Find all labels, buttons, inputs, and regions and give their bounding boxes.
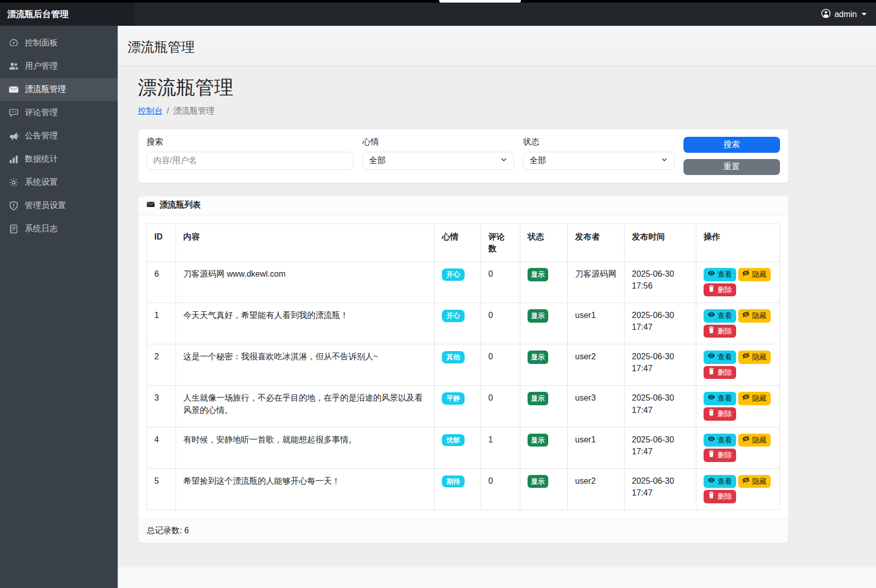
delete-button[interactable]: 删除 (704, 449, 736, 462)
view-button[interactable]: 查看 (704, 351, 736, 364)
sidebar-item-3[interactable]: 评论管理 (0, 101, 118, 124)
bottle-list-card-header: 漂流瓶列表 (138, 196, 788, 215)
shield-icon (9, 201, 19, 211)
mood-select[interactable]: 全部 (362, 152, 514, 170)
column-header: 评论数 (481, 224, 520, 261)
table-row: 3 人生就像一场旅行，不必在乎目的地，在乎的是沿途的风景以及看风景的心情。 平静… (147, 386, 780, 427)
table-row: 4 有时候，安静地听一首歌，就能想起很多事情。 忧郁 1 显示 user1 20… (147, 427, 780, 468)
sidebar-item-5[interactable]: 数据统计 (0, 148, 118, 171)
status-badge: 显示 (528, 268, 548, 281)
app-brand[interactable]: 漂流瓶后台管理 (0, 3, 134, 26)
sidebar-item-7[interactable]: 管理员设置 (0, 194, 118, 217)
mood-badge: 期待 (442, 475, 465, 488)
trash-icon (708, 285, 715, 295)
cell-time: 2025-06-30 17:56 (625, 261, 696, 303)
eye-slash-icon (742, 269, 750, 280)
cell-id: 4 (147, 427, 176, 468)
hide-button[interactable]: 隐藏 (738, 309, 771, 323)
page-bottom (118, 567, 876, 588)
sidebar-item-4[interactable]: 公告管理 (0, 124, 118, 148)
sidebar-item-0[interactable]: 控制面板 (0, 31, 118, 55)
total-records: 总记录数: 6 (147, 526, 189, 535)
filter-card: 搜索 心情 全部 状态 (138, 129, 789, 183)
table-row: 5 希望捡到这个漂流瓶的人能够开心每一天！ 期待 0 显示 user2 2025… (147, 468, 780, 510)
envelope-icon (147, 200, 155, 211)
sidebar-item-6[interactable]: 系统设置 (0, 171, 118, 194)
sidebar-item-label: 评论管理 (25, 107, 58, 118)
mood-badge: 开心 (442, 268, 465, 281)
hide-button[interactable]: 隐藏 (738, 434, 771, 447)
cell-comments: 1 (481, 427, 520, 468)
megaphone-icon (9, 131, 19, 141)
chevron-down-icon (500, 156, 507, 165)
sidebar-item-label: 漂流瓶管理 (25, 84, 66, 95)
column-header: 状态 (520, 224, 568, 261)
cell-comments: 0 (481, 468, 520, 510)
eye-slash-icon (742, 435, 750, 446)
cell-time: 2025-06-30 17:47 (625, 344, 696, 386)
sidebar-item-8[interactable]: 系统日志 (0, 217, 118, 241)
cell-actions: 查看 隐藏 删除 (696, 427, 780, 468)
content-header: 漂流瓶管理 (118, 26, 876, 66)
view-button[interactable]: 查看 (704, 309, 736, 323)
status-select[interactable]: 全部 (523, 152, 675, 170)
reset-button[interactable]: 重置 (683, 159, 780, 175)
cell-comments: 0 (481, 386, 520, 427)
search-input[interactable] (147, 152, 354, 170)
status-badge: 显示 (528, 309, 548, 323)
user-menu[interactable]: admin (821, 9, 876, 20)
journal-icon (9, 224, 19, 234)
sidebar-item-2[interactable]: 漂流瓶管理 (0, 78, 118, 101)
trash-icon (708, 450, 715, 460)
trash-icon (708, 368, 715, 378)
column-header: 发布者 (568, 224, 625, 261)
search-button[interactable]: 搜索 (683, 137, 780, 153)
eye-slash-icon (742, 311, 750, 321)
cell-status: 显示 (520, 386, 568, 427)
view-button[interactable]: 查看 (704, 392, 736, 405)
column-header: 操作 (696, 224, 780, 261)
cell-status: 显示 (520, 303, 568, 344)
delete-button[interactable]: 删除 (704, 283, 736, 297)
table-row: 2 这是一个秘密：我很喜欢吃冰淇淋，但从不告诉别人~ 其他 0 显示 user2… (147, 344, 780, 386)
cell-content: 人生就像一场旅行，不必在乎目的地，在乎的是沿途的风景以及看风景的心情。 (176, 386, 435, 427)
hide-button[interactable]: 隐藏 (738, 351, 771, 364)
delete-button[interactable]: 删除 (704, 325, 736, 338)
cell-time: 2025-06-30 17:47 (625, 468, 696, 510)
cell-comments: 0 (481, 261, 520, 303)
delete-button[interactable]: 删除 (704, 490, 736, 503)
eye-icon (708, 435, 715, 446)
sidebar-item-label: 系统日志 (25, 224, 58, 234)
cell-id: 2 (147, 344, 176, 386)
cell-publisher: user1 (568, 427, 625, 468)
breadcrumb-link-console[interactable]: 控制台 (138, 106, 163, 117)
comments-icon (9, 108, 19, 118)
delete-button[interactable]: 删除 (704, 366, 736, 379)
cell-id: 1 (147, 303, 176, 344)
content: 漂流瓶管理 控制台 / 漂流瓶管理 搜索 心情 (118, 66, 876, 567)
trash-icon (708, 491, 715, 502)
page-title: 漂流瓶管理 (138, 77, 789, 99)
cell-status: 显示 (520, 468, 568, 510)
table-row: 6 刀客源码网 www.dkewl.com 开心 0 显示 刀客源码网 2025… (147, 261, 780, 303)
gear-icon (9, 178, 19, 187)
cell-actions: 查看 隐藏 删除 (696, 261, 780, 303)
view-button[interactable]: 查看 (704, 434, 736, 447)
hide-button[interactable]: 隐藏 (738, 475, 771, 488)
eye-icon (708, 311, 715, 321)
delete-button[interactable]: 删除 (704, 407, 736, 421)
user-name: admin (834, 10, 857, 19)
bottle-list-card-body: ID内容心情评论数状态发布者发布时间操作 6 刀客源码网 www.dkewl.c… (138, 215, 788, 519)
cell-time: 2025-06-30 17:47 (625, 303, 696, 344)
hide-button[interactable]: 隐藏 (738, 268, 771, 281)
view-button[interactable]: 查看 (704, 268, 736, 281)
column-header: ID (147, 224, 176, 261)
sidebar-item-1[interactable]: 用户管理 (0, 55, 118, 78)
status-badge: 显示 (528, 351, 548, 364)
sidebar-item-label: 管理员设置 (25, 200, 66, 211)
hide-button[interactable]: 隐藏 (738, 392, 771, 405)
sidebar-item-label: 公告管理 (25, 131, 58, 141)
screen: 漂流瓶后台管理 admin 控制面板 用户管理 漂流瓶管理 (0, 0, 876, 588)
view-button[interactable]: 查看 (704, 475, 736, 488)
column-header: 内容 (176, 224, 435, 261)
